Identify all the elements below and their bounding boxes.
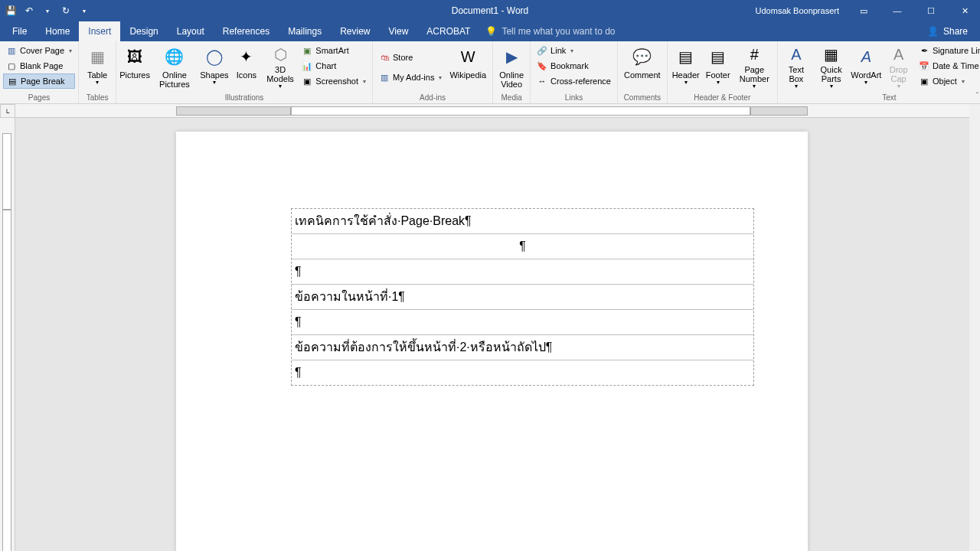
signature-button[interactable]: ✒Signature Line — [916, 43, 980, 58]
title-bar: 💾 ↶ ▾ ↻ ▾ Document1 - Word Udomsak Boonp… — [0, 0, 980, 21]
text-content[interactable]: เทคนิคการใช้คำสั่ง·Page·Break ข้อความในห… — [291, 208, 754, 386]
object-button[interactable]: ▣Object — [916, 73, 980, 89]
signature-icon: ✒ — [919, 45, 929, 56]
icons-button[interactable]: ✦Icons — [231, 43, 262, 92]
undo-icon[interactable]: ↶ — [23, 5, 35, 17]
3d-models-button[interactable]: ⬡3D Models▾ — [263, 43, 297, 92]
share-icon: 👤 — [927, 26, 939, 37]
page-break-icon: ▤ — [7, 76, 18, 86]
user-name[interactable]: Udomsak Boonprasert — [756, 6, 839, 15]
header-button[interactable]: ▤Header▾ — [671, 43, 701, 92]
smartart-button[interactable]: ▣SmartArt — [299, 43, 369, 58]
quick-parts-button[interactable]: ▦Quick Parts▾ — [813, 43, 849, 92]
video-icon: ▶ — [499, 44, 524, 69]
group-pages-label: Pages — [3, 93, 75, 103]
share-button[interactable]: 👤 Share — [915, 21, 980, 41]
screenshot-button[interactable]: ▣Screenshot — [299, 73, 369, 89]
document-page[interactable]: เทคนิคการใช้คำสั่ง·Page·Break ข้อความในห… — [176, 132, 808, 551]
text-line[interactable] — [292, 360, 753, 385]
maximize-icon[interactable]: ☐ — [916, 0, 946, 21]
link-label: Link — [550, 46, 566, 55]
text-line[interactable] — [292, 234, 753, 259]
tell-me-search[interactable]: 💡 Tell me what you want to do — [485, 21, 615, 41]
tab-review[interactable]: Review — [331, 21, 379, 41]
cross-ref-label: Cross-reference — [550, 77, 611, 86]
page-break-label: Page Break — [21, 77, 64, 86]
collapse-ribbon-icon[interactable]: ˆ — [976, 92, 978, 100]
tab-home[interactable]: Home — [36, 21, 79, 41]
qat-customize-icon[interactable]: ▾ — [78, 5, 90, 17]
blank-page-button[interactable]: ▢Blank Page — [3, 58, 75, 73]
tab-acrobat[interactable]: ACROBAT — [417, 21, 479, 41]
datetime-button[interactable]: 📅Date & Time — [916, 58, 980, 73]
icons-label: Icons — [237, 70, 256, 80]
chart-button[interactable]: 📊Chart — [299, 58, 369, 73]
horizontal-ruler[interactable] — [15, 104, 969, 118]
redo-icon[interactable]: ↻ — [60, 5, 72, 17]
tab-layout[interactable]: Layout — [168, 21, 214, 41]
tab-insert[interactable]: Insert — [79, 21, 120, 41]
tab-references[interactable]: References — [214, 21, 279, 41]
footer-button[interactable]: ▤Footer▾ — [703, 43, 733, 92]
bookmark-button[interactable]: 🔖Bookmark — [534, 58, 614, 73]
tab-design[interactable]: Design — [120, 21, 167, 41]
drop-cap-button[interactable]: ADrop Cap▾ — [883, 43, 914, 92]
tab-mailings[interactable]: Mailings — [279, 21, 331, 41]
link-button[interactable]: 🔗Link — [534, 43, 614, 58]
quickparts-icon: ▦ — [819, 44, 844, 64]
undo-more-icon[interactable]: ▾ — [41, 5, 54, 17]
group-illustrations: 🖼Pictures 🌐Online Pictures ◯Shapes▾ ✦Ico… — [116, 41, 373, 103]
video-label: Online Video — [499, 70, 524, 89]
vertical-ruler[interactable] — [0, 118, 15, 551]
minimize-icon[interactable]: — — [882, 0, 913, 21]
group-text: AText Box▾ ▦Quick Parts▾ AWordArt▾ ADrop… — [778, 41, 980, 103]
document-title: Document1 - Word — [452, 5, 528, 16]
store-button[interactable]: 🛍Store — [376, 50, 445, 65]
group-addins-label: Add-ins — [376, 93, 489, 103]
cover-page-button[interactable]: ▥Cover Page — [3, 43, 75, 58]
page-number-button[interactable]: #Page Number▾ — [735, 43, 774, 92]
vertical-scrollbar[interactable] — [969, 104, 980, 551]
text-line[interactable]: ข้อความที่ต้องการให้ขึ้นหน้าที่·2·หรือหน… — [292, 335, 753, 360]
text-line[interactable] — [292, 310, 753, 335]
text-line[interactable]: เทคนิคการใช้คำสั่ง·Page·Break — [292, 209, 753, 234]
tell-me-label: Tell me what you want to do — [501, 26, 615, 37]
text-box-button[interactable]: AText Box▾ — [781, 43, 812, 92]
save-icon[interactable]: 💾 — [5, 5, 17, 17]
pictures-button[interactable]: 🖼Pictures — [119, 43, 150, 92]
online-pictures-label: Online Pictures — [155, 70, 194, 89]
blank-page-label: Blank Page — [20, 61, 63, 70]
object-label: Object — [933, 77, 957, 86]
wordart-button[interactable]: AWordArt▾ — [851, 43, 881, 92]
tab-file[interactable]: File — [3, 21, 36, 41]
close-icon[interactable]: ✕ — [949, 0, 980, 21]
bookmark-label: Bookmark — [550, 61, 589, 70]
online-pictures-button[interactable]: 🌐Online Pictures — [152, 43, 198, 92]
dropcap-icon: A — [887, 44, 911, 64]
my-addins-button[interactable]: ▥My Add-ins — [376, 70, 445, 85]
page-number-label: Page Number — [738, 65, 771, 83]
table-button[interactable]: ▦Table▾ — [82, 43, 113, 92]
group-headerfooter-label: Header & Footer — [671, 93, 774, 103]
comment-button[interactable]: 💬Comment — [621, 43, 664, 92]
ribbon-options-icon[interactable]: ▭ — [848, 0, 879, 21]
ribbon: ▥Cover Page ▢Blank Page ▤Page Break Page… — [0, 41, 980, 104]
online-video-button[interactable]: ▶Online Video — [496, 43, 527, 92]
3d-models-icon: ⬡ — [268, 44, 292, 64]
shapes-icon: ◯ — [202, 44, 227, 69]
cross-ref-button[interactable]: ↔Cross-reference — [534, 73, 614, 89]
wikipedia-label: Wikipedia — [449, 70, 486, 80]
shapes-button[interactable]: ◯Shapes▾ — [199, 43, 230, 92]
wikipedia-button[interactable]: WWikipedia — [446, 43, 489, 92]
store-label: Store — [393, 53, 413, 62]
group-media-label: Media — [496, 93, 527, 103]
group-comments: 💬Comment Comments — [618, 41, 668, 103]
text-line[interactable] — [292, 259, 753, 285]
signature-label: Signature Line — [933, 46, 980, 55]
tab-selector[interactable]: ˪ — [0, 104, 15, 118]
pictures-icon: 🖼 — [122, 44, 147, 69]
page-break-button[interactable]: ▤Page Break — [3, 73, 75, 89]
object-icon: ▣ — [919, 76, 929, 86]
text-line[interactable]: ข้อความในหน้าที่·1 — [292, 285, 753, 310]
tab-view[interactable]: View — [380, 21, 418, 41]
